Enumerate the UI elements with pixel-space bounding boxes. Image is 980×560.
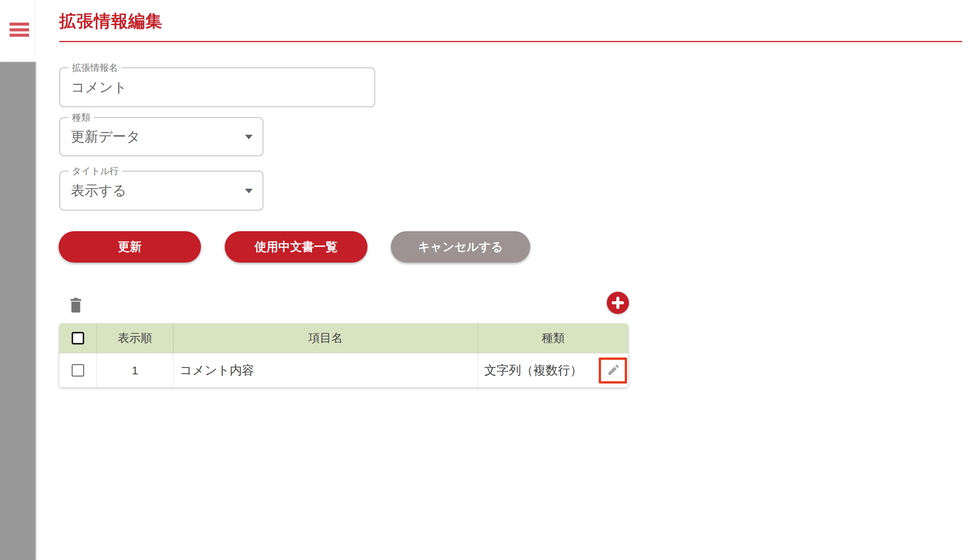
kind-label: 種類 <box>68 112 94 123</box>
row-checkbox-cell <box>59 353 97 387</box>
title-underline <box>59 41 962 42</box>
hamburger-bar <box>10 23 29 26</box>
items-table: 表示順 項目名 種類 1 コメント内容 文字列（複数行） <box>59 323 628 387</box>
trash-icon <box>70 298 82 313</box>
row-checkbox[interactable] <box>72 364 84 377</box>
chevron-down-icon <box>245 189 253 193</box>
kind-select[interactable]: 種類 更新データ <box>59 117 263 156</box>
add-row-button[interactable] <box>607 292 629 314</box>
title-row-label: タイトル行 <box>68 166 122 177</box>
hamburger-bar <box>10 34 29 37</box>
plus-icon <box>616 297 619 309</box>
extension-name-field[interactable]: 拡張情報名 コメント <box>59 67 375 107</box>
title-row-value: 表示する <box>60 182 127 200</box>
header-checkbox-cell <box>59 323 97 353</box>
extension-name-label: 拡張情報名 <box>68 62 122 73</box>
chevron-down-icon <box>245 135 253 139</box>
update-button[interactable]: 更新 <box>58 231 201 263</box>
edit-row-button[interactable] <box>599 358 627 383</box>
extension-name-value: コメント <box>60 78 127 97</box>
main-content: 拡張情報編集 拡張情報名 コメント 種類 更新データ タイトル行 表示する 更新… <box>36 0 980 560</box>
row-kind-cell: 文字列（複数行） <box>478 353 628 387</box>
pencil-icon <box>605 363 620 378</box>
row-order-cell: 1 <box>97 353 173 387</box>
column-header-order: 表示順 <box>97 323 173 353</box>
kind-value: 更新データ <box>60 127 140 146</box>
row-item-name-cell: コメント内容 <box>173 353 478 387</box>
table-row: 1 コメント内容 文字列（複数行） <box>59 353 628 387</box>
delete-rows-button[interactable] <box>70 298 82 313</box>
select-all-checkbox[interactable] <box>72 332 84 345</box>
title-row-select[interactable]: タイトル行 表示する <box>59 171 263 210</box>
page-title: 拡張情報編集 <box>59 10 163 33</box>
sidebar <box>0 62 36 560</box>
hamburger-bar <box>10 28 29 32</box>
hamburger-menu-button[interactable] <box>10 23 29 37</box>
column-header-kind: 種類 <box>478 323 628 353</box>
table-header-row: 表示順 項目名 種類 <box>59 323 628 353</box>
column-header-item-name: 項目名 <box>173 323 478 353</box>
cancel-button[interactable]: キャンセルする <box>391 231 530 263</box>
documents-in-use-button[interactable]: 使用中文書一覧 <box>225 231 368 263</box>
row-kind-value: 文字列（複数行） <box>484 362 582 379</box>
